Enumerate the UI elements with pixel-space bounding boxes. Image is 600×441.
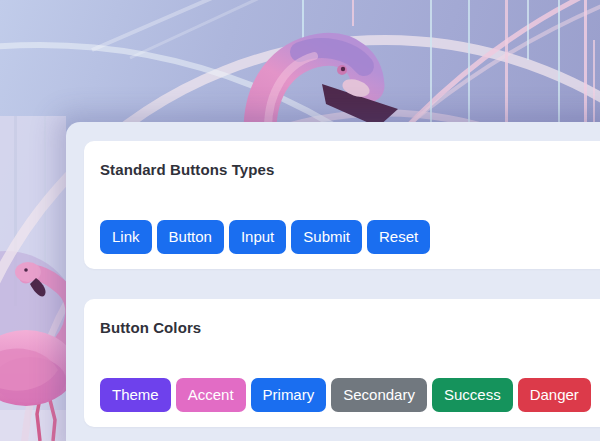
button-button[interactable]: Button xyxy=(157,220,224,254)
input-button[interactable]: Input xyxy=(229,220,286,254)
panel-title: Button Colors xyxy=(100,319,600,337)
submit-button[interactable]: Submit xyxy=(291,220,362,254)
link-button[interactable]: Link xyxy=(100,220,152,254)
primary-button[interactable]: Primary xyxy=(251,378,327,412)
success-button[interactable]: Success xyxy=(432,378,513,412)
standard-buttons-panel: Standard Buttons Types LinkButtonInputSu… xyxy=(84,141,600,269)
accent-button[interactable]: Accent xyxy=(176,378,246,412)
secondary-button[interactable]: Secondary xyxy=(331,378,427,412)
button-colors-panel: Button Colors ThemeAccentPrimarySecondar… xyxy=(84,299,600,427)
buttons-demo-page: Standard Buttons Types LinkButtonInputSu… xyxy=(0,0,600,441)
reset-button[interactable]: Reset xyxy=(367,220,430,254)
button-row: ThemeAccentPrimarySecondarySuccessDanger xyxy=(100,378,600,412)
content-card: Standard Buttons Types LinkButtonInputSu… xyxy=(66,122,600,441)
danger-button[interactable]: Danger xyxy=(518,378,591,412)
panel-title: Standard Buttons Types xyxy=(100,161,600,179)
theme-button[interactable]: Theme xyxy=(100,378,171,412)
button-row: LinkButtonInputSubmitReset xyxy=(100,220,600,254)
